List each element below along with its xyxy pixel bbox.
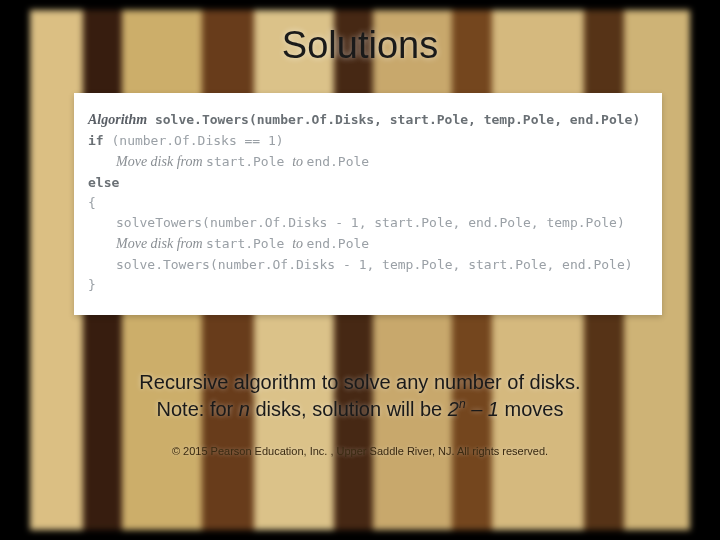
cap-c: disks, solution will be [250,398,448,420]
cap-a: Note: for [157,398,239,420]
caption-line-1: Recursive algorithm to solve any number … [30,369,690,396]
code-line-6: solveTowers(number.Of.Disks - 1, start.P… [88,213,648,233]
algorithm-code-box: Algorithm solve.Towers(number.Of.Disks, … [74,93,662,315]
caption-block: Recursive algorithm to solve any number … [30,369,690,423]
cap-2: 2 [448,398,459,420]
code-line-5: { [88,193,648,213]
brace-open: { [88,195,96,210]
keyword-else: else [88,175,119,190]
move-to: end.Pole [307,154,370,169]
copyright-footer: © 2015 Pearson Education, Inc. , Upper S… [30,445,690,457]
cap-f: moves [499,398,563,420]
code-line-1: Algorithm solve.Towers(number.Of.Disks, … [88,109,648,131]
recursive-call-2: solve.Towers(number.Of.Disks - 1, temp.P… [116,257,633,272]
keyword-algorithm: Algorithm [88,112,147,127]
code-line-8: solve.Towers(number.Of.Disks - 1, temp.P… [88,255,648,275]
move-to-kw: to [292,154,306,169]
move-action: Move disk from [116,154,206,169]
slide-content: Solutions Algorithm solve.Towers(number.… [30,10,690,530]
code-line-9: } [88,275,648,295]
move-from: start.Pole [206,154,292,169]
code-line-7: Move disk from start.Pole to end.Pole [88,233,648,255]
algorithm-signature: solve.Towers(number.Of.Disks, start.Pole… [147,112,640,127]
slide-outer: Solutions Algorithm solve.Towers(number.… [0,0,720,540]
code-line-2: if (number.Of.Disks == 1) [88,131,648,151]
move-action-2: Move disk from [116,236,206,251]
caption-line-2: Note: for n disks, solution will be 2n –… [30,396,690,423]
slide-title: Solutions [30,24,690,67]
move-to-2: end.Pole [307,236,370,251]
cap-n: n [239,398,250,420]
move-to-kw-2: to [292,236,306,251]
code-line-3: Move disk from start.Pole to end.Pole [88,151,648,173]
if-condition: (number.Of.Disks == 1) [104,133,284,148]
brace-close: } [88,277,96,292]
keyword-if: if [88,133,104,148]
cap-e: – 1 [466,398,499,420]
move-from-2: start.Pole [206,236,292,251]
code-line-4: else [88,173,648,193]
cap-sup: n [459,397,466,411]
recursive-call-1: solveTowers(number.Of.Disks - 1, start.P… [116,215,625,230]
